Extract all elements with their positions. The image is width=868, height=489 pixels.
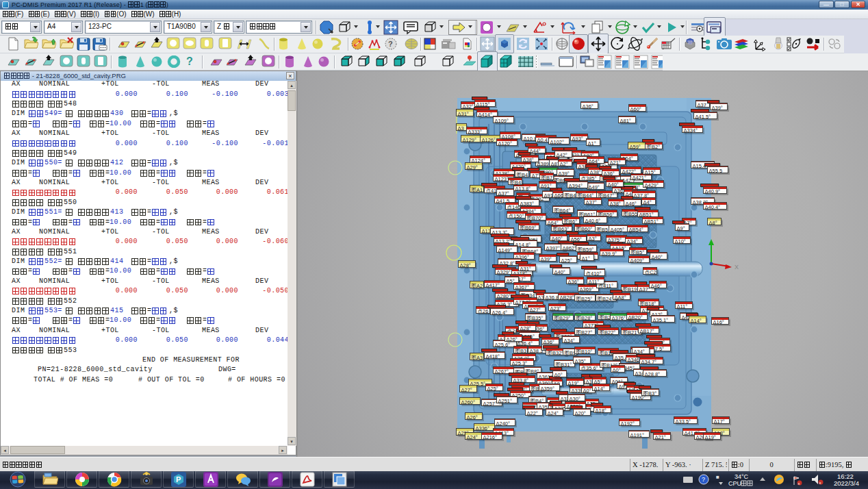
svg-text:x: x [819,481,821,485]
svg-text:34°C: 34°C [735,473,749,480]
svg-text:■: ■ [716,474,719,480]
svg-text:2022/3/4: 2022/3/4 [834,479,859,487]
svg-text:P: P [176,475,181,484]
svg-text:?: ? [388,40,393,48]
svg-text:x: x [798,481,800,486]
svg-text:?: ? [702,476,705,483]
svg-text:CPU: CPU [728,480,741,487]
svg-text:X: X [735,264,739,271]
